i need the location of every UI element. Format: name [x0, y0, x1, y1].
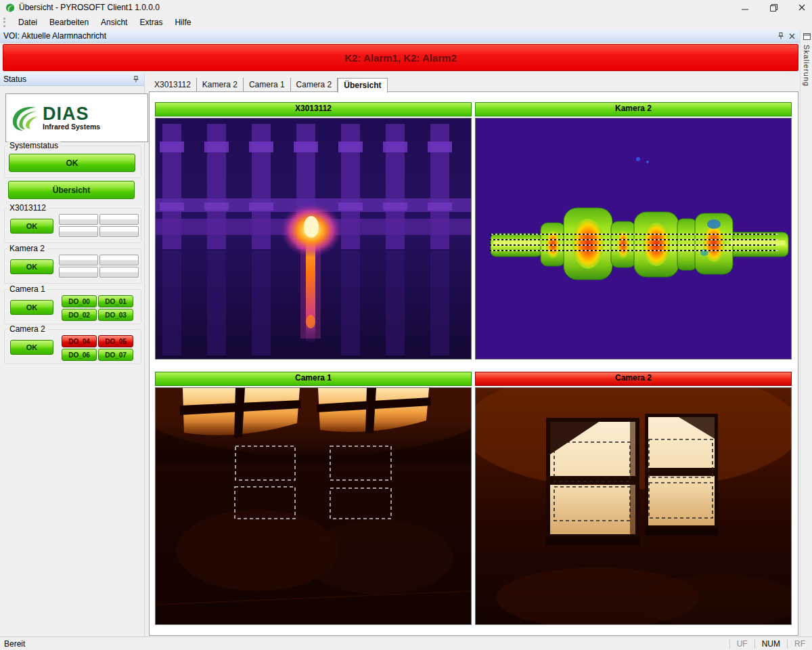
camera-title: Kamera 2: [615, 104, 652, 113]
camera1-graphic: [156, 388, 471, 624]
indicator: [59, 226, 98, 237]
dias-logo: DIAS Infrared Systems: [5, 93, 148, 142]
flag-uf: UF: [729, 639, 754, 649]
alarm-panel-title: VOI: Aktuelle Alarmnachricht: [3, 31, 775, 41]
do-01-button[interactable]: DO_01: [98, 295, 133, 307]
camera-title: Camera 1: [295, 373, 332, 383]
tab-camera2[interactable]: Camera 2: [291, 78, 338, 91]
menu-hilfe[interactable]: Hilfe: [168, 15, 197, 30]
indicator: [99, 226, 139, 237]
camera-header-kamera2: Kamera 2: [475, 102, 792, 116]
close-icon[interactable]: [787, 31, 796, 41]
camera2-ok-button[interactable]: OK: [10, 340, 53, 355]
app-icon: [5, 3, 15, 12]
camera-header-camera2-alarm: Camera 2: [475, 372, 792, 386]
do-05-button[interactable]: DO_05: [98, 335, 133, 347]
pyrosoft-window: Übersicht - PYROSOFT Client1 1.0.0.0 Dat…: [0, 0, 812, 650]
camera2-graphic: [476, 388, 791, 624]
status-panel-header: Status: [0, 73, 144, 86]
kamera2-ok-button[interactable]: OK: [10, 259, 53, 274]
minimize-button[interactable]: [731, 0, 759, 15]
uebersicht-button[interactable]: Übersicht: [8, 181, 135, 199]
tab-camera1[interactable]: Camera 1: [244, 78, 291, 91]
indicator: [59, 214, 98, 225]
alarm-message: K2: Alarm1, K2: Alarm2: [344, 52, 457, 64]
panel-icon: [803, 32, 811, 42]
pin-icon[interactable]: [131, 74, 141, 84]
tab-kamera2[interactable]: Kamera 2: [197, 78, 244, 91]
indicator: [99, 214, 139, 225]
status-panel: Status DIAS Infrared Systems Systemstatu…: [0, 73, 145, 636]
systemstatus-ok-button[interactable]: OK: [9, 154, 135, 172]
systemstatus-label: Systemstatus: [7, 141, 60, 150]
thermal-busbar-graphic: [156, 118, 471, 359]
flag-rf: RF: [787, 639, 812, 649]
do-04-button[interactable]: DO_04: [62, 335, 97, 347]
group-kamera2-label: Kamera 2: [7, 244, 47, 253]
logo-subtitle: Infrared Systems: [43, 123, 100, 131]
camera-title: X3013112: [295, 104, 332, 113]
window-title: Übersicht - PYROSOFT Client1 1.0.0.0: [19, 3, 160, 12]
menu-datei[interactable]: Datei: [12, 15, 43, 30]
camera-header-x3013112: X3013112: [155, 102, 472, 116]
title-bar: Übersicht - PYROSOFT Client1 1.0.0.0: [0, 0, 812, 15]
group-camera1: Camera 1 OK DO_00 DO_01 DO_02 DO_03: [4, 289, 141, 324]
thermal-image-x3013112[interactable]: [155, 118, 472, 360]
alarm-panel-header: VOI: Aktuelle Alarmnachricht: [0, 30, 800, 43]
thermal-image-kamera2[interactable]: [475, 118, 792, 360]
menu-grip[interactable]: [3, 18, 8, 27]
alarm-banner: K2: Alarm1, K2: Alarm2: [3, 44, 798, 71]
pin-icon[interactable]: [776, 31, 786, 41]
camera1-ok-button[interactable]: OK: [10, 300, 53, 315]
dias-logo-icon: [10, 104, 40, 132]
camera-title: Camera 2: [615, 373, 652, 383]
restore-button[interactable]: [759, 0, 788, 15]
skalierung-label: Skalierung: [803, 45, 811, 87]
thermal-image-camera2[interactable]: [475, 387, 792, 625]
group-x3013112: X3013112 OK: [4, 208, 141, 243]
alarm-panel: VOI: Aktuelle Alarmnachricht K2: Alarm1,…: [0, 30, 800, 73]
indicator: [59, 255, 98, 265]
menu-extras[interactable]: Extras: [133, 15, 168, 30]
window-controls: [731, 0, 812, 15]
indicator: [99, 255, 139, 265]
do-06-button[interactable]: DO_06: [62, 349, 97, 361]
status-ready: Bereit: [0, 639, 729, 649]
status-panel-title: Status: [3, 74, 130, 84]
tab-x3013112[interactable]: X3013112: [149, 78, 197, 91]
close-button[interactable]: [788, 0, 812, 15]
menu-bar: Datei Bearbeiten Ansicht Extras Hilfe: [0, 15, 812, 30]
systemstatus-group: Systemstatus OK: [4, 146, 141, 178]
overview-container: X3013112 Kamera 2: [149, 91, 798, 636]
do-02-button[interactable]: DO_02: [62, 309, 97, 321]
logo-name: DIAS: [43, 105, 100, 123]
group-x3013112-label: X3013112: [7, 203, 48, 213]
thermal-shaft-graphic: [476, 118, 791, 359]
group-camera2-label: Camera 2: [7, 324, 47, 334]
menu-ansicht[interactable]: Ansicht: [95, 15, 133, 30]
do-00-button[interactable]: DO_00: [62, 295, 97, 307]
tab-skalierung[interactable]: Skalierung: [800, 30, 812, 87]
indicator: [59, 267, 98, 278]
thermal-image-camera1[interactable]: [155, 387, 472, 625]
group-camera2: Camera 2 OK DO_04 DO_05 DO_06 DO_07: [4, 329, 141, 364]
camera-header-camera1: Camera 1: [155, 372, 472, 386]
do-07-button[interactable]: DO_07: [98, 349, 133, 361]
flag-num: NUM: [754, 639, 787, 649]
x3013112-ok-button[interactable]: OK: [10, 219, 53, 234]
tab-uebersicht[interactable]: Übersicht: [338, 78, 387, 93]
group-camera1-label: Camera 1: [7, 284, 47, 294]
do-03-button[interactable]: DO_03: [98, 309, 133, 321]
view-tabs: X3013112 Kamera 2 Camera 1 Camera 2 Über…: [149, 78, 797, 92]
right-dock-strip: Skalierung: [800, 30, 812, 636]
indicator: [99, 267, 139, 278]
group-kamera2: Kamera 2 OK: [4, 248, 141, 284]
menu-bearbeiten[interactable]: Bearbeiten: [43, 15, 95, 30]
status-bar: Bereit UF NUM RF: [0, 636, 812, 650]
